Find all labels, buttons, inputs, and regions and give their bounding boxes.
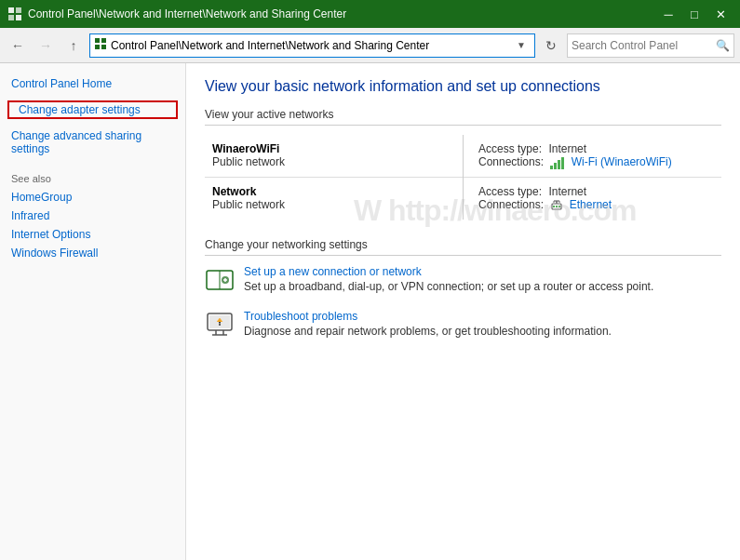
window-controls: ─ □ ✕ xyxy=(656,5,733,23)
search-input[interactable] xyxy=(572,39,712,52)
setup-connection-item: Set up a new connection or network Set u… xyxy=(205,265,721,295)
network1-name: WinaeroWiFi xyxy=(212,142,455,155)
svg-rect-18 xyxy=(553,206,555,207)
address-bar: ← → ↑ ▼ ↻ 🔍 xyxy=(0,28,740,63)
sidebar-change-adapter-link[interactable]: Change adapter settings xyxy=(7,100,178,119)
svg-rect-19 xyxy=(556,206,558,207)
setup-connection-desc: Set up a broadband, dial-up, or VPN conn… xyxy=(244,280,653,293)
svg-rect-8 xyxy=(550,166,553,169)
network1-access: Access type: Internet xyxy=(478,142,706,155)
sidebar-windows-firewall-link[interactable]: Windows Firewall xyxy=(0,244,185,262)
settings-section: Set up a new connection or network Set u… xyxy=(205,265,721,340)
minimize-button[interactable]: ─ xyxy=(656,5,680,23)
network2-access: Access type: Internet xyxy=(478,185,706,198)
troubleshoot-item: Troubleshoot problems Diagnose and repai… xyxy=(205,310,721,340)
wifi-bars-icon xyxy=(550,155,571,168)
active-networks-header: View your active networks xyxy=(205,108,721,126)
sidebar-homegroup-link[interactable]: HomeGroup xyxy=(0,188,185,207)
network1-type: Public network xyxy=(212,155,455,168)
svg-rect-9 xyxy=(554,163,557,169)
svg-rect-2 xyxy=(8,15,14,20)
network2-name: Network xyxy=(212,185,455,198)
setup-connection-link[interactable]: Set up a new connection or network xyxy=(244,265,721,278)
svg-rect-1 xyxy=(16,7,21,13)
back-button[interactable]: ← xyxy=(6,33,30,58)
svg-rect-31 xyxy=(219,322,221,324)
close-button[interactable]: ✕ xyxy=(708,5,733,23)
troubleshoot-desc: Diagnose and repair network problems, or… xyxy=(244,325,612,338)
setup-connection-icon xyxy=(205,265,235,295)
svg-point-32 xyxy=(219,324,221,326)
page-title: View your basic network information and … xyxy=(205,78,721,95)
svg-rect-4 xyxy=(95,38,100,43)
svg-rect-20 xyxy=(558,206,560,207)
sidebar-infrared-link[interactable]: Infrared xyxy=(0,207,185,225)
sidebar-home-link[interactable]: Control Panel Home xyxy=(0,74,185,93)
ethernet-icon xyxy=(550,198,569,211)
troubleshoot-text: Troubleshoot problems Diagnose and repai… xyxy=(244,310,721,338)
networks-table: WinaeroWiFi Public network Access type: … xyxy=(205,135,721,220)
address-input[interactable] xyxy=(111,39,508,52)
search-wrap: 🔍 xyxy=(567,33,734,58)
svg-rect-3 xyxy=(16,15,21,20)
address-input-wrap: ▼ xyxy=(89,33,535,58)
title-bar: Control Panel\Network and Internet\Netwo… xyxy=(0,0,740,28)
svg-rect-10 xyxy=(558,160,560,169)
setup-connection-text: Set up a new connection or network Set u… xyxy=(244,265,721,293)
svg-rect-11 xyxy=(561,157,564,169)
troubleshoot-link[interactable]: Troubleshoot problems xyxy=(244,310,721,323)
refresh-button[interactable]: ↻ xyxy=(539,33,563,58)
svg-rect-6 xyxy=(95,45,100,49)
network2-conn-link[interactable]: Ethernet xyxy=(570,198,612,211)
network1-conn: Connections: Wi-Fi (WinaeroWiFi) xyxy=(478,155,706,169)
sidebar-change-sharing-link[interactable]: Change advanced sharing settings xyxy=(0,127,185,158)
address-icon xyxy=(94,37,107,53)
network1-row: WinaeroWiFi Public network Access type: … xyxy=(205,135,721,177)
content-area: View your basic network information and … xyxy=(186,63,740,560)
sidebar: Control Panel Home Change adapter settin… xyxy=(0,63,186,560)
svg-rect-5 xyxy=(101,38,106,43)
troubleshoot-icon xyxy=(205,310,235,340)
search-icon: 🔍 xyxy=(716,39,730,52)
maximize-button[interactable]: □ xyxy=(682,5,706,23)
main-layout: Control Panel Home Change adapter settin… xyxy=(0,63,740,560)
change-networking-header: Change your networking settings xyxy=(205,238,721,256)
network1-conn-link[interactable]: Wi-Fi (WinaeroWiFi) xyxy=(572,155,672,168)
forward-button[interactable]: → xyxy=(34,33,58,58)
app-icon xyxy=(7,7,22,21)
sidebar-internet-options-link[interactable]: Internet Options xyxy=(0,225,185,244)
window-title: Control Panel\Network and Internet\Netwo… xyxy=(28,7,656,20)
svg-rect-7 xyxy=(101,45,106,49)
network2-type: Public network xyxy=(212,198,455,211)
network2-conn: Connections: xyxy=(478,198,706,212)
see-also-label: See also xyxy=(0,158,185,188)
up-button[interactable]: ↑ xyxy=(61,33,86,58)
network2-row: Network Public network Access type: Inte… xyxy=(205,177,721,219)
svg-rect-0 xyxy=(8,7,14,13)
address-dropdown-button[interactable]: ▼ xyxy=(512,33,531,58)
